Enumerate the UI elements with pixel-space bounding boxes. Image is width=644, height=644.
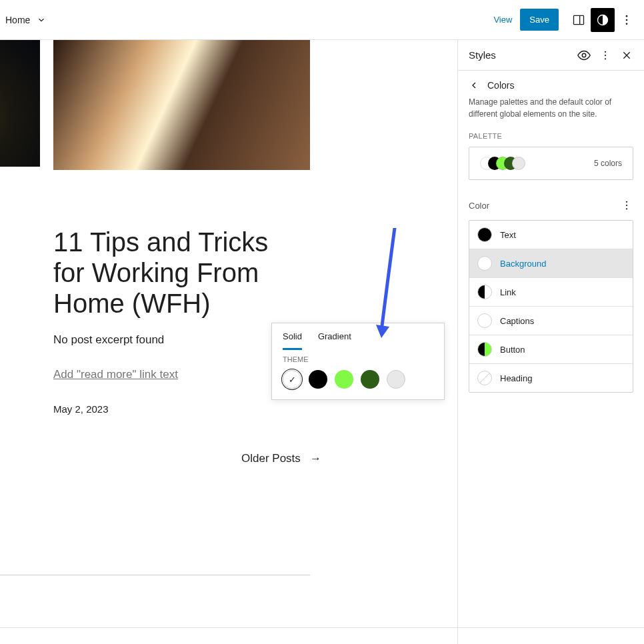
svg-rect-0: [574, 15, 584, 24]
breadcrumb[interactable]: Home: [5, 14, 47, 26]
topbar: Home View Save: [0, 0, 644, 40]
svg-point-14: [626, 208, 627, 209]
close-icon[interactable]: [617, 46, 636, 65]
view-link[interactable]: View: [485, 9, 520, 30]
tab-solid[interactable]: Solid: [283, 323, 302, 350]
palette-button[interactable]: 5 colors: [469, 147, 633, 180]
color-swatch[interactable]: [335, 370, 353, 389]
color-swatch[interactable]: [309, 370, 327, 389]
svg-point-9: [605, 58, 606, 59]
styles-sidebar: Styles Colors Manage palettes and the de…: [457, 40, 644, 644]
palette-section-label: PALETTE: [458, 132, 644, 147]
more-options-icon[interactable]: [615, 8, 639, 32]
svg-point-13: [626, 205, 627, 206]
color-item-label: Background: [500, 259, 546, 269]
svg-point-5: [626, 23, 628, 25]
color-item-label: Text: [500, 230, 516, 240]
styles-toggle-icon[interactable]: [591, 8, 615, 32]
color-picker-popover: Solid Gradient THEME ✓: [271, 323, 445, 400]
sidebar-description: Manage palettes and the default color of…: [458, 96, 644, 132]
color-item-text[interactable]: Text: [469, 221, 633, 249]
older-posts-link[interactable]: Older Posts →: [241, 452, 321, 465]
more-icon[interactable]: [596, 46, 615, 65]
color-swatch[interactable]: ✓: [283, 370, 301, 389]
post-date: May 2, 2023: [53, 403, 109, 415]
svg-point-12: [626, 201, 627, 203]
svg-point-4: [626, 19, 628, 21]
palette-swatch: [512, 157, 525, 170]
tab-gradient[interactable]: Gradient: [318, 323, 351, 350]
color-preview-swatch: [477, 342, 492, 357]
color-section-label: Color: [469, 201, 489, 211]
palette-count: 5 colors: [594, 159, 622, 168]
post-excerpt[interactable]: No post excerpt found: [53, 333, 164, 347]
post-image: [0, 40, 40, 167]
divider: [0, 627, 644, 628]
back-icon[interactable]: [469, 80, 479, 91]
color-preview-swatch: [477, 227, 492, 242]
home-label[interactable]: Home: [5, 15, 30, 25]
sidebar-toggle-icon[interactable]: [567, 8, 591, 32]
color-preview-swatch: [477, 256, 492, 271]
color-swatch[interactable]: [361, 370, 379, 389]
color-item-captions[interactable]: Captions: [469, 307, 633, 335]
svg-point-6: [582, 53, 586, 57]
check-icon: ✓: [289, 375, 296, 385]
svg-point-8: [605, 54, 606, 55]
older-posts-label: Older Posts: [241, 452, 301, 465]
divider: [0, 575, 310, 575]
svg-point-3: [626, 15, 628, 17]
read-more-link[interactable]: Add "read more" link text: [53, 368, 178, 381]
theme-label: THEME: [283, 355, 433, 363]
color-more-icon[interactable]: [617, 196, 636, 215]
post-image: [53, 40, 310, 170]
color-item-label: Button: [500, 345, 525, 355]
chevron-down-icon: [35, 14, 47, 26]
color-swatch[interactable]: [387, 370, 405, 389]
color-preview-swatch: [477, 371, 492, 385]
color-item-label: Heading: [500, 373, 532, 383]
post-title[interactable]: vel: [0, 230, 1, 260]
post-title[interactable]: 11 Tips and Tricks for Working From Home…: [53, 227, 300, 319]
color-preview-swatch: [477, 313, 492, 328]
color-item-button[interactable]: Button: [469, 335, 633, 364]
sidebar-title: Styles: [469, 49, 496, 61]
color-item-link[interactable]: Link: [469, 278, 633, 307]
save-button[interactable]: Save: [520, 9, 559, 31]
color-item-label: Captions: [500, 316, 534, 326]
color-item-label: Link: [500, 287, 516, 297]
eye-icon[interactable]: [575, 46, 593, 65]
color-preview-swatch: [477, 285, 492, 299]
color-item-heading[interactable]: Heading: [469, 364, 633, 392]
color-item-background[interactable]: Background: [469, 249, 633, 278]
svg-point-7: [605, 51, 606, 52]
editor-canvas[interactable]: vel 11 Tips and Tricks for Working From …: [0, 40, 457, 644]
sidebar-subtitle: Colors: [487, 80, 514, 91]
